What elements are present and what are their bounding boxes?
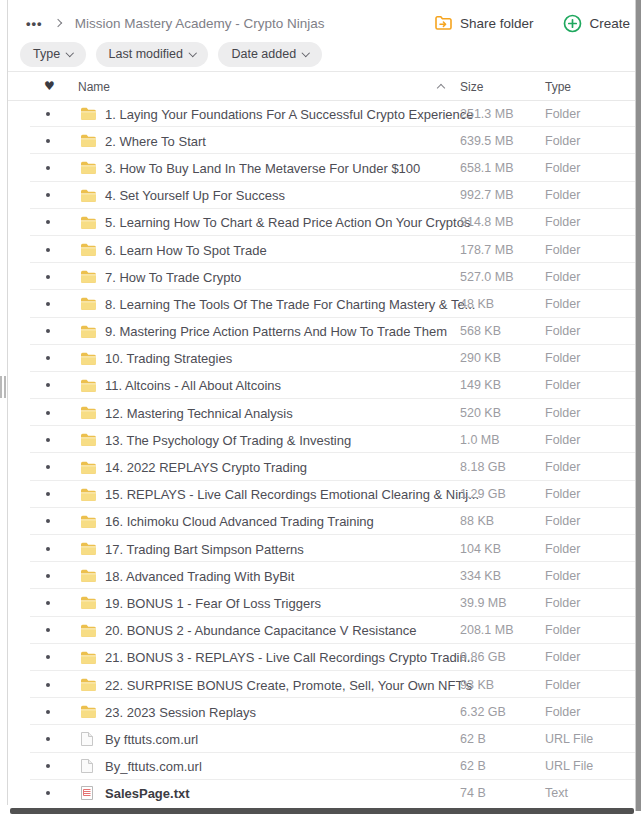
file-name[interactable]: 9. Mastering Price Action Patterns And H…: [105, 324, 447, 339]
file-size: 48 KB: [460, 297, 494, 311]
table-row[interactable]: 21. BONUS 3 - REPLAYS - Live Call Record…: [8, 644, 635, 671]
table-row[interactable]: 12. Mastering Technical Analysis 520 KB …: [8, 399, 635, 426]
table-row[interactable]: By fttuts.com.url 62 B URL File: [8, 725, 635, 752]
table-row[interactable]: 1. Laying Your Foundations For A Success…: [8, 100, 635, 127]
table-row[interactable]: 15. REPLAYS - Live Call Recordings Emoti…: [8, 481, 635, 508]
share-folder-button[interactable]: Share folder: [434, 15, 534, 31]
table-row[interactable]: 17. Trading Bart Simpson Patterns 104 KB…: [8, 535, 635, 562]
file-name[interactable]: 6. Learn How To Spot Trade: [105, 242, 267, 257]
table-row[interactable]: 16. Ichimoku Cloud Advanced Trading Trai…: [8, 508, 635, 535]
file-name[interactable]: 22. SURPRISE BONUS Create, Promote, Sell…: [105, 677, 472, 692]
file-name[interactable]: 1. Laying Your Foundations For A Success…: [105, 106, 474, 121]
file-name[interactable]: 3. How To Buy Land In The Metaverse For …: [105, 160, 420, 175]
file-size: 251.3 MB: [460, 107, 514, 121]
file-name[interactable]: 10. Trading Strategies: [105, 351, 232, 366]
folder-icon: [80, 106, 97, 122]
row-bullet-dot: [46, 383, 50, 387]
table-row[interactable]: 11. Altcoins - All About Altcoins 149 KB…: [8, 372, 635, 399]
table-row[interactable]: 2. Where To Start 639.5 MB Folder: [8, 127, 635, 154]
file-size: 9.86 GB: [460, 650, 506, 664]
file-name[interactable]: SalesPage.txt: [105, 786, 190, 801]
file-name[interactable]: 13. The Psychology Of Trading & Investin…: [105, 432, 351, 447]
file-name[interactable]: 19. BONUS 1 - Fear Of Loss Triggers: [105, 595, 321, 610]
row-bullet-dot: [46, 220, 50, 224]
file-type: Folder: [545, 243, 580, 257]
folder-icon: [80, 242, 97, 258]
heart-icon[interactable]: ♥: [44, 79, 55, 93]
file-name[interactable]: 17. Trading Bart Simpson Patterns: [105, 541, 304, 556]
file-type: Folder: [545, 596, 580, 610]
file-name[interactable]: 14. 2022 REPLAYS Crypto Trading: [105, 460, 307, 475]
table-row[interactable]: 3. How To Buy Land In The Metaverse For …: [8, 154, 635, 181]
column-header-type[interactable]: Type: [545, 80, 571, 94]
filter-chip-type[interactable]: Type: [20, 42, 86, 67]
row-bullet-dot: [46, 356, 50, 360]
table-row[interactable]: By_fttuts.com.url 62 B URL File: [8, 753, 635, 780]
file-size: 1.29 GB: [460, 487, 506, 501]
filter-chip-date-added[interactable]: Date added: [218, 42, 321, 67]
file-type: Folder: [545, 460, 580, 474]
breadcrumb-current-folder: Mission Mastery Academy - Crypto Ninjas: [75, 16, 325, 31]
table-row[interactable]: 18. Advanced Trading With ByBit 334 KB F…: [8, 562, 635, 589]
folder-icon: [80, 486, 97, 502]
folder-icon: [80, 296, 97, 312]
file-browser-window: ••• Mission Mastery Academy - Crypto Nin…: [0, 0, 644, 817]
file-name[interactable]: 2. Where To Start: [105, 133, 206, 148]
table-row[interactable]: 20. BONUS 2 - Abundance Capacitance V Re…: [8, 617, 635, 644]
file-name[interactable]: 23. 2023 Session Replays: [105, 704, 256, 719]
file-size: 520 KB: [460, 406, 501, 420]
folder-icon: [80, 133, 97, 149]
file-name[interactable]: 18. Advanced Trading With ByBit: [105, 568, 294, 583]
file-name[interactable]: 11. Altcoins - All About Altcoins: [105, 378, 281, 393]
table-row[interactable]: 7. How To Trade Crypto 527.0 MB Folder: [8, 263, 635, 290]
chevron-down-icon: [66, 49, 74, 57]
file-name[interactable]: 16. Ichimoku Cloud Advanced Trading Trai…: [105, 514, 374, 529]
table-row[interactable]: 14. 2022 REPLAYS Crypto Trading 8.18 GB …: [8, 453, 635, 480]
file-size: 62 B: [460, 759, 486, 773]
file-name[interactable]: 4. Set Yourself Up For Success: [105, 188, 285, 203]
share-folder-label: Share folder: [460, 16, 534, 31]
file-name[interactable]: 8. Learning The Tools Of The Trade For C…: [105, 296, 475, 311]
column-header-name[interactable]: Name: [78, 80, 110, 94]
file-size: 639.5 MB: [460, 134, 514, 148]
table-row[interactable]: 23. 2023 Session Replays 6.32 GB Folder: [8, 698, 635, 725]
url-file-icon: [80, 731, 97, 747]
breadcrumb-chevron-right-icon: [53, 19, 61, 27]
table-row[interactable]: 8. Learning The Tools Of The Trade For C…: [8, 290, 635, 317]
file-name[interactable]: 20. BONUS 2 - Abundance Capacitance V Re…: [105, 623, 416, 638]
sort-ascending-icon[interactable]: [437, 84, 445, 92]
row-bullet-dot: [46, 166, 50, 170]
breadcrumb-more-button[interactable]: •••: [26, 16, 43, 31]
table-row[interactable]: 6. Learn How To Spot Trade 178.7 MB Fold…: [8, 236, 635, 263]
filter-chip-last-modified[interactable]: Last modified: [96, 42, 209, 67]
create-button[interactable]: Create: [563, 14, 630, 33]
folder-icon: [80, 350, 97, 366]
file-size: 8.18 GB: [460, 460, 506, 474]
file-name[interactable]: By fttuts.com.url: [105, 731, 198, 746]
table-row[interactable]: 22. SURPRISE BONUS Create, Promote, Sell…: [8, 671, 635, 698]
file-name[interactable]: By_fttuts.com.url: [105, 759, 202, 774]
file-name[interactable]: 7. How To Trade Crypto: [105, 269, 241, 284]
table-row[interactable]: 13. The Psychology Of Trading & Investin…: [8, 426, 635, 453]
column-header-size[interactable]: Size: [460, 80, 483, 94]
file-type: Folder: [545, 107, 580, 121]
table-row[interactable]: 10. Trading Strategies 290 KB Folder: [8, 345, 635, 372]
row-bullet-dot: [46, 139, 50, 143]
table-row[interactable]: 5. Learning How To Chart & Read Price Ac…: [8, 209, 635, 236]
window-shadow-bottom: [10, 808, 634, 814]
table-row[interactable]: 4. Set Yourself Up For Success 992.7 MB …: [8, 182, 635, 209]
file-type: Folder: [545, 297, 580, 311]
file-type: Text: [545, 786, 568, 800]
file-name[interactable]: 5. Learning How To Chart & Read Price Ac…: [105, 215, 470, 230]
file-type: Folder: [545, 406, 580, 420]
table-row[interactable]: 19. BONUS 1 - Fear Of Loss Triggers 39.9…: [8, 589, 635, 616]
table-row[interactable]: 9. Mastering Price Action Patterns And H…: [8, 318, 635, 345]
file-name[interactable]: 15. REPLAYS - Live Call Recordings Emoti…: [105, 487, 479, 502]
folder-icon: [80, 160, 97, 176]
row-bullet-dot: [46, 248, 50, 252]
table-row[interactable]: SalesPage.txt 74 B Text: [8, 780, 635, 807]
file-type: Folder: [545, 705, 580, 719]
row-bullet-dot: [46, 791, 50, 795]
file-name[interactable]: 21. BONUS 3 - REPLAYS - Live Call Record…: [105, 650, 478, 665]
file-name[interactable]: 12. Mastering Technical Analysis: [105, 405, 293, 420]
